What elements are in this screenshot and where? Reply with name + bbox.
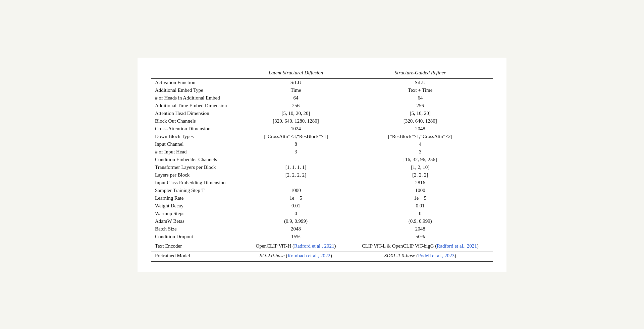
param-cell: Additional Time Embed Dimension xyxy=(151,102,245,110)
lsd-cell: SiLU xyxy=(245,78,347,86)
lsd-cell: 3 xyxy=(245,148,347,156)
lsd-cell: [1, 1, 1, 1] xyxy=(245,163,347,171)
table-row: Cross-Attention Dimension10242048 xyxy=(151,125,493,133)
comparison-table: Latent Structural Diffusion Structure-Gu… xyxy=(151,68,493,262)
table-row: Input Class Embedding Dimension–2816 xyxy=(151,179,493,187)
sgr-cell: 0 xyxy=(347,210,493,217)
table-row: # of Input Head33 xyxy=(151,148,493,156)
sgr-cell: [2, 2, 2] xyxy=(347,171,493,179)
param-cell: Input Channel xyxy=(151,140,245,148)
sgr-cell: 2048 xyxy=(347,125,493,133)
table-row: Sampler Training Step T10001000 xyxy=(151,187,493,194)
table-row: Input Channel84 xyxy=(151,140,493,148)
sgr-cell: [5, 10, 20] xyxy=(347,110,493,117)
param-cell: Learning Rate xyxy=(151,194,245,202)
param-cell: Activation Function xyxy=(151,78,245,86)
lsd-cell-text-encoder: OpenCLIP ViT-H (Radford et al., 2021) xyxy=(245,242,347,252)
lsd-cell: – xyxy=(245,179,347,187)
table-row-text-encoder: Text EncoderOpenCLIP ViT-H (Radford et a… xyxy=(151,242,493,252)
table-row: Learning Rate1e − 51e − 5 xyxy=(151,194,493,202)
param-cell: Text Encoder xyxy=(151,242,245,252)
sgr-cell: 4 xyxy=(347,140,493,148)
table-row: Weight Decay0.010.01 xyxy=(151,202,493,210)
lsd-cell: 1000 xyxy=(245,187,347,194)
sgr-cell: Text + Time xyxy=(347,86,493,94)
param-cell: Cross-Attention Dimension xyxy=(151,125,245,133)
lsd-link-text-encoder: Radford et al., 2021 xyxy=(294,243,334,249)
param-cell: Block Out Channels xyxy=(151,117,245,125)
lsd-cell: 0.01 xyxy=(245,202,347,210)
lsd-cell: 2048 xyxy=(245,225,347,233)
param-cell: Pretrained Model xyxy=(151,252,245,261)
lsd-cell: 8 xyxy=(245,140,347,148)
lsd-cell: [320, 640, 1280, 1280] xyxy=(245,117,347,125)
sgr-cell: 1e − 5 xyxy=(347,194,493,202)
lsd-cell: 256 xyxy=(245,102,347,110)
lsd-cell: [5, 10, 20, 20] xyxy=(245,110,347,117)
table-row: Condition Dropout15%50% xyxy=(151,233,493,242)
lsd-cell: (0.9, 0.999) xyxy=(245,217,347,225)
table-row: Layers per Block[2, 2, 2, 2][2, 2, 2] xyxy=(151,171,493,179)
table-row: # of Heads in Additional Embed6464 xyxy=(151,94,493,102)
table-row: Activation FunctionSiLUSiLU xyxy=(151,78,493,86)
lsd-cell: 1e − 5 xyxy=(245,194,347,202)
sgr-cell: [320, 640, 1280] xyxy=(347,117,493,125)
lsd-cell: [“CrossAttn”×3,“ResBlock”×1] xyxy=(245,133,347,140)
header-sgr: Structure-Guided Refiner xyxy=(347,68,493,78)
param-cell: Attention Head Dimension xyxy=(151,110,245,117)
sgr-link-pretrained: Podell et al., 2023 xyxy=(418,253,454,258)
param-cell: Condition Embedder Channels xyxy=(151,156,245,163)
table-row: Down Block Types[“CrossAttn”×3,“ResBlock… xyxy=(151,133,493,140)
lsd-link-pretrained: Rombach et al., 2022 xyxy=(287,253,330,258)
table-row: Warmup Steps00 xyxy=(151,210,493,217)
lsd-italic-pretrained: SD-2.0-base xyxy=(260,253,285,258)
table-row: Condition Embedder Channels-[16, 32, 96,… xyxy=(151,156,493,163)
table-row: Block Out Channels[320, 640, 1280, 1280]… xyxy=(151,117,493,125)
sgr-cell: 3 xyxy=(347,148,493,156)
lsd-cell: [2, 2, 2, 2] xyxy=(245,171,347,179)
header-lsd: Latent Structural Diffusion xyxy=(245,68,347,78)
sgr-cell: [“ResBlock”×1,“CrossAttn”×2] xyxy=(347,133,493,140)
sgr-cell: [1, 2, 10] xyxy=(347,163,493,171)
lsd-cell-pretrained: SD-2.0-base (Rombach et al., 2022) xyxy=(245,252,347,261)
sgr-cell: [16, 32, 96, 256] xyxy=(347,156,493,163)
table-row: Transformer Layers per Block[1, 1, 1, 1]… xyxy=(151,163,493,171)
sgr-cell-text-encoder: CLIP ViT-L & OpenCLIP ViT-bigG (Radford … xyxy=(347,242,493,252)
param-cell: Input Class Embedding Dimension xyxy=(151,179,245,187)
param-cell: Transformer Layers per Block xyxy=(151,163,245,171)
table-row-pretrained-model: Pretrained ModelSD-2.0-base (Rombach et … xyxy=(151,252,493,261)
param-cell: Batch Size xyxy=(151,225,245,233)
param-cell: Layers per Block xyxy=(151,171,245,179)
lsd-cell: 1024 xyxy=(245,125,347,133)
param-cell: Down Block Types xyxy=(151,133,245,140)
table-row: AdamW Betas(0.9, 0.999)(0.9, 0.999) xyxy=(151,217,493,225)
sgr-cell: 64 xyxy=(347,94,493,102)
sgr-cell-pretrained: SDXL-1.0-base (Podell et al., 2023) xyxy=(347,252,493,261)
param-cell: AdamW Betas xyxy=(151,217,245,225)
sgr-cell: 2816 xyxy=(347,179,493,187)
table-row: Attention Head Dimension[5, 10, 20, 20][… xyxy=(151,110,493,117)
sgr-link-text-encoder: Radford et al., 2021 xyxy=(437,243,477,249)
lsd-cell: - xyxy=(245,156,347,163)
sgr-italic-pretrained: SDXL-1.0-base xyxy=(384,253,415,258)
lsd-cell: 15% xyxy=(245,233,347,242)
param-cell: # of Input Head xyxy=(151,148,245,156)
sgr-cell: 0.01 xyxy=(347,202,493,210)
table-row: Additional Embed TypeTimeText + Time xyxy=(151,86,493,94)
table-row: Additional Time Embed Dimension256256 xyxy=(151,102,493,110)
param-cell: # of Heads in Additional Embed xyxy=(151,94,245,102)
sgr-cell: 256 xyxy=(347,102,493,110)
sgr-cell: (0.9, 0.999) xyxy=(347,217,493,225)
sgr-cell: SiLU xyxy=(347,78,493,86)
param-cell: Condition Dropout xyxy=(151,233,245,242)
param-cell: Warmup Steps xyxy=(151,210,245,217)
lsd-cell: 0 xyxy=(245,210,347,217)
param-cell: Additional Embed Type xyxy=(151,86,245,94)
table-row: Batch Size20482048 xyxy=(151,225,493,233)
table-container: Latent Structural Diffusion Structure-Gu… xyxy=(138,58,506,272)
param-cell: Sampler Training Step T xyxy=(151,187,245,194)
lsd-cell: 64 xyxy=(245,94,347,102)
param-cell: Weight Decay xyxy=(151,202,245,210)
sgr-cell: 50% xyxy=(347,233,493,242)
lsd-cell: Time xyxy=(245,86,347,94)
